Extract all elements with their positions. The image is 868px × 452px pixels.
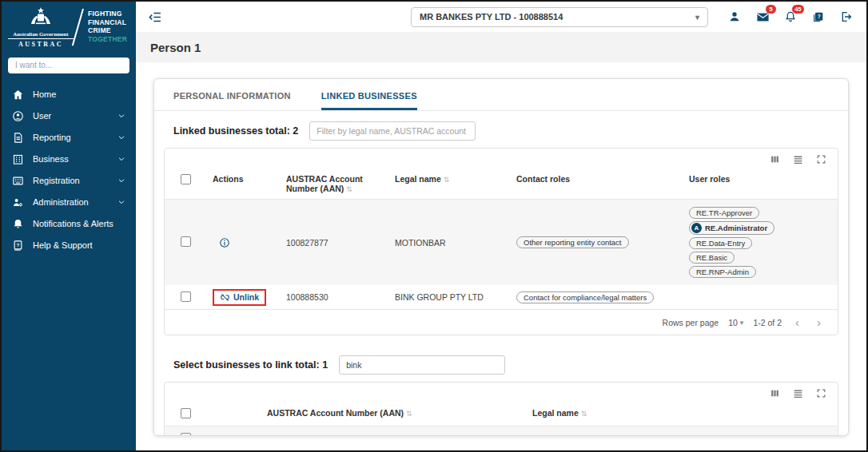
cell-aan: 100827877 (280, 235, 388, 251)
columns-icon[interactable] (770, 154, 780, 165)
registration-icon (11, 174, 24, 187)
help-icon[interactable]: ? (811, 10, 826, 24)
row-checkbox[interactable] (181, 236, 191, 247)
sidebar-item-home[interactable]: Home (2, 84, 136, 105)
page-title: Person 1 (150, 41, 201, 54)
fullscreen-icon[interactable] (816, 388, 826, 398)
density-icon[interactable] (793, 388, 803, 398)
tagline-line: FINANCIAL (88, 18, 127, 27)
table-header-row: Actions AUSTRAC Account Number (AAN)⇅ Le… (165, 167, 838, 200)
sidebar-item-notifications-alerts[interactable]: Notifications & Alerts (2, 213, 136, 235)
column-header-legal-name[interactable]: Legal name⇅ (388, 167, 510, 189)
linked-businesses-filter-input[interactable] (309, 121, 476, 141)
sidebar-item-help-support[interactable]: ? Help & Support (2, 235, 136, 256)
chevron-down-icon (117, 176, 125, 184)
tagline-line: FIGHTING (88, 10, 127, 18)
sidebar-nav: Home User Reporting (2, 84, 136, 256)
select-businesses-filter-input[interactable] (339, 355, 505, 375)
select-all-checkbox[interactable] (181, 408, 191, 418)
chevron-down-icon (117, 198, 125, 206)
density-icon[interactable] (793, 154, 803, 165)
rows-per-page-select[interactable]: 10▾ (728, 318, 743, 327)
caret-down-icon: ▾ (740, 319, 744, 327)
cell-legal-name: MOTIONBAR (388, 235, 510, 251)
column-header-actions: Actions (206, 167, 280, 189)
table-row: 100827877 MOTIONBAR Other reporting enti… (165, 200, 838, 285)
sidebar-item-administration[interactable]: Administration (2, 192, 136, 213)
rows-per-page-label: Rows per page (663, 318, 719, 327)
pagination-range: 1-2 of 2 (753, 318, 782, 327)
info-icon[interactable] (219, 237, 273, 248)
i-want-to-input[interactable] (8, 57, 129, 73)
person-card: PERSONAL INFORMATION LINKED BUSINESSES L… (153, 78, 849, 436)
annotation-highlight-box: Unlink (213, 289, 266, 306)
select-all-checkbox[interactable] (181, 174, 191, 184)
column-header-aan[interactable]: AUSTRAC Account Number (AAN)⇅ (280, 167, 388, 199)
cell-aan: 100888530 (280, 289, 388, 305)
select-businesses-table: AUSTRAC Account Number (AAN)⇅ Legal name… (164, 382, 838, 436)
quick-search (8, 57, 129, 73)
sidebar-item-user[interactable]: User (2, 105, 136, 127)
tab-bar: PERSONAL INFORMATION LINKED BUSINESSES (154, 79, 848, 111)
unlink-label: Unlink (233, 292, 259, 302)
table-toolbar (165, 383, 838, 401)
entity-selector-dropdown[interactable]: MR BANKES PTY LTD - 100888514 ▾ (411, 7, 708, 27)
messages-icon[interactable]: 5 (755, 10, 770, 24)
content-area: PERSONAL INFORMATION LINKED BUSINESSES L… (136, 62, 866, 450)
government-text: Australian Government (8, 31, 74, 39)
sidebar-item-business[interactable]: Business (2, 149, 136, 170)
user-role-chip: RE.RNP-Admin (689, 266, 756, 278)
user-role-chip: RE.TR-Approver (689, 207, 759, 219)
collapse-menu-icon[interactable] (149, 10, 162, 24)
sidebar-item-label: Reporting (33, 133, 71, 142)
sidebar: Australian Government AUSTRAC FIGHTING F… (2, 2, 136, 450)
tagline-line: CRIME (88, 26, 127, 35)
table-pagination: Rows per page 10▾ 1-2 of 2 ‹ › (165, 309, 838, 335)
app-window: Australian Government AUSTRAC FIGHTING F… (0, 0, 868, 452)
sort-icon[interactable]: ⇅ (346, 185, 352, 193)
fullscreen-icon[interactable] (816, 154, 826, 165)
administration-icon (11, 196, 24, 208)
agency-name: AUSTRAC (8, 41, 74, 48)
coat-of-arms-icon (26, 15, 55, 29)
home-icon (11, 88, 24, 101)
cell-legal-name: BINK GROUP PTY LTD (526, 430, 838, 436)
chevron-down-icon (117, 112, 125, 120)
sort-icon[interactable]: ⇅ (581, 410, 587, 418)
previous-page-button[interactable]: ‹ (791, 316, 803, 328)
sort-icon[interactable]: ⇅ (406, 410, 412, 418)
row-checkbox[interactable] (181, 291, 191, 302)
column-header-contact-roles: Contact roles (510, 167, 683, 189)
column-header-user-roles: User roles (683, 167, 838, 189)
sidebar-item-label: Notifications & Alerts (33, 219, 113, 228)
government-crest: Australian Government AUSTRAC (8, 7, 74, 48)
columns-icon[interactable] (770, 388, 780, 398)
notifications-bell-icon[interactable]: 45 (783, 10, 798, 24)
sidebar-item-registration[interactable]: Registration (2, 170, 136, 192)
column-header-legal-name[interactable]: Legal name⇅ (526, 401, 838, 423)
caret-down-icon: ▾ (695, 13, 699, 22)
tab-linked-businesses[interactable]: LINKED BUSINESSES (321, 91, 417, 110)
column-header-aan[interactable]: AUSTRAC Account Number (AAN)⇅ (261, 401, 526, 423)
user-role-chip: RE.Data-Entry (689, 237, 752, 249)
unlink-button[interactable]: Unlink (220, 292, 259, 303)
page-header: Person 1 (136, 32, 866, 62)
brand-block: Australian Government AUSTRAC FIGHTING F… (2, 2, 136, 50)
contact-role-chip: Contact for compliance/legal matters (516, 291, 654, 303)
brand-tagline: FIGHTING FINANCIAL CRIME TOGETHER (81, 10, 127, 43)
notifications-badge: 45 (792, 5, 804, 14)
cell-aan: 100888530 (261, 430, 526, 436)
help-book-icon: ? (11, 239, 24, 252)
next-page-button[interactable]: › (813, 316, 825, 328)
select-businesses-header: Select businesses to link total: 1 (154, 345, 848, 380)
table-toolbar (165, 149, 838, 167)
sidebar-item-label: User (33, 111, 51, 121)
user-icon (11, 109, 24, 122)
logout-icon[interactable] (839, 10, 854, 24)
chevron-down-icon (117, 155, 125, 163)
row-checkbox[interactable] (181, 433, 191, 437)
sort-icon[interactable]: ⇅ (444, 176, 450, 184)
profile-icon[interactable] (727, 10, 742, 24)
tab-personal-information[interactable]: PERSONAL INFORMATION (173, 91, 291, 110)
sidebar-item-reporting[interactable]: Reporting (2, 127, 136, 149)
